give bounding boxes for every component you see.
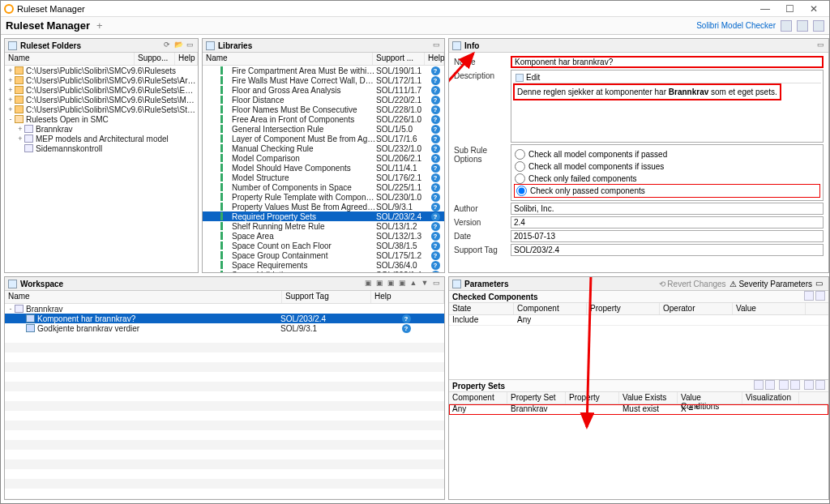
- col-support[interactable]: Support ...: [373, 53, 425, 65]
- info-support-input[interactable]: [511, 244, 824, 256]
- tool-icon[interactable]: ▲: [409, 279, 418, 288]
- edit-description-button[interactable]: Edit: [513, 72, 821, 83]
- help-icon[interactable]: [813, 20, 824, 32]
- tool-icon[interactable]: ▣: [363, 279, 373, 288]
- libraries-list[interactable]: Fire Compartment Area Must Be within Lim…: [203, 66, 444, 272]
- subrule-radio-option[interactable]: Check only passed components: [515, 185, 819, 197]
- expand-icon[interactable]: ▭: [815, 41, 825, 50]
- library-rule-item[interactable]: Floor Names Must Be ConsecutiveSOL/228/1…: [203, 105, 444, 114]
- grid-col-header[interactable]: Value: [733, 303, 806, 314]
- grid-col-header[interactable]: Property: [566, 392, 619, 404]
- workspace-item[interactable]: -Brannkrav: [5, 304, 444, 314]
- library-rule-item[interactable]: General Intersection RuleSOL/1/5.0?: [203, 124, 444, 134]
- workspace-tree[interactable]: -BrannkravKomponent har brannkrav?SOL/20…: [5, 304, 444, 499]
- col-help[interactable]: Help: [175, 53, 198, 65]
- library-rule-item[interactable]: Property Values Must Be from Agreed List…: [203, 202, 444, 211]
- expand-icon[interactable]: ▭: [431, 279, 441, 288]
- folder-tree-item[interactable]: +C:\Users\Public\Solibri\SMCv9.6\RuleSet…: [5, 105, 198, 114]
- maximize-button[interactable]: ☐: [777, 3, 802, 15]
- library-rule-item[interactable]: Required Property SetsSOL/203/2.4?: [203, 211, 444, 221]
- grid-col-header[interactable]: Operator: [660, 303, 733, 314]
- library-rule-item[interactable]: Model Should Have ComponentsSOL/11/4.1?: [203, 163, 444, 173]
- tool-icon[interactable]: [804, 291, 814, 301]
- refresh-icon[interactable]: ⟳: [162, 41, 172, 50]
- revert-changes-button[interactable]: ⟲ Revert Changes: [659, 280, 726, 288]
- library-rule-item[interactable]: Space RequirementsSOL/36/4.0?: [203, 260, 444, 270]
- expand-icon[interactable]: ▭: [815, 279, 825, 288]
- tool-icon[interactable]: [790, 380, 800, 390]
- open-icon[interactable]: 📂: [173, 41, 183, 50]
- library-rule-item[interactable]: Space Count on Each FloorSOL/38/1.5?: [203, 241, 444, 250]
- tool-icon[interactable]: [815, 291, 825, 301]
- tool-icon[interactable]: [765, 380, 775, 390]
- info-author-input[interactable]: [511, 203, 824, 215]
- library-rule-item[interactable]: Manual Checking RuleSOL/232/1.0?: [203, 143, 444, 153]
- header-tool-icon[interactable]: [781, 20, 792, 32]
- checked-components-grid[interactable]: IncludeAny: [449, 315, 828, 326]
- add-tab-button[interactable]: +: [96, 19, 103, 32]
- library-rule-item[interactable]: Space ValidationSOL/202/1.4?: [203, 270, 444, 272]
- grid-col-header[interactable]: Value Conditions: [678, 392, 742, 404]
- folders-tree[interactable]: +C:\Users\Public\Solibri\SMCv9.6\Ruleset…: [5, 66, 198, 272]
- tool-icon[interactable]: ▣: [397, 279, 407, 288]
- library-rule-item[interactable]: Fire Walls Must Have Correct Wall, Door,…: [203, 75, 444, 85]
- expand-icon[interactable]: ▭: [431, 41, 441, 50]
- grid-col-header[interactable]: Property Set: [507, 392, 566, 404]
- folder-tree-item[interactable]: -Rulesets Open in SMC: [5, 114, 198, 124]
- tool-icon[interactable]: [779, 380, 789, 390]
- tool-icon[interactable]: ▣: [386, 279, 396, 288]
- library-rule-item[interactable]: Fire Compartment Area Must Be within Lim…: [203, 66, 444, 75]
- grid-col-header[interactable]: Visualization: [742, 392, 799, 404]
- grid-col-header[interactable]: Value Exists: [619, 392, 678, 404]
- severity-params-button[interactable]: ⚠ Severity Parameters: [729, 280, 812, 288]
- library-rule-item[interactable]: Floor DistanceSOL/220/2.1?: [203, 95, 444, 105]
- col-support[interactable]: Suppo...: [135, 53, 175, 65]
- col-help[interactable]: Help: [371, 291, 444, 303]
- subrule-radio-option[interactable]: Check all model components if passed: [515, 148, 819, 160]
- col-name[interactable]: Name: [5, 291, 282, 303]
- folder-tree-item[interactable]: +C:\Users\Public\Solibri\SMCv9.6\Ruleset…: [5, 66, 198, 75]
- library-rule-item[interactable]: Free Area in Front of ComponentsSOL/226/…: [203, 114, 444, 124]
- checked-row[interactable]: IncludeAny: [449, 315, 828, 326]
- grid-col-header[interactable]: Component: [449, 392, 507, 404]
- library-rule-item[interactable]: Model StructureSOL/176/2.1?: [203, 173, 444, 182]
- workspace-item[interactable]: Komponent har brannkrav?SOL/203/2.4?: [5, 314, 444, 323]
- subrule-radio-option[interactable]: Check only failed components: [515, 173, 819, 185]
- property-sets-grid[interactable]: AnyBrannkravMust existX = *: [449, 404, 828, 415]
- folder-tree-item[interactable]: +C:\Users\Public\Solibri\SMCv9.6\RuleSet…: [5, 85, 198, 95]
- info-version-input[interactable]: [511, 216, 824, 229]
- folder-tree-item[interactable]: Sidemannskontroll: [5, 143, 198, 153]
- tool-icon[interactable]: [754, 380, 764, 390]
- library-rule-item[interactable]: Space Group ContainmentSOL/175/1.2?: [203, 250, 444, 260]
- col-help[interactable]: Help: [425, 53, 444, 65]
- close-button[interactable]: ✕: [802, 3, 826, 15]
- folder-tree-item[interactable]: +C:\Users\Public\Solibri\SMCv9.6\RuleSet…: [5, 75, 198, 85]
- folder-tree-item[interactable]: +C:\Users\Public\Solibri\SMCv9.6\RuleSet…: [5, 95, 198, 105]
- header-tool-icon[interactable]: [797, 20, 808, 32]
- col-name[interactable]: Name: [203, 53, 373, 65]
- collapse-icon[interactable]: ▭: [185, 41, 195, 50]
- tool-icon[interactable]: [815, 380, 825, 390]
- tool-icon[interactable]: [804, 380, 814, 390]
- tool-icon[interactable]: ▼: [420, 279, 430, 288]
- library-rule-item[interactable]: Layer of Component Must Be from Agreed L…: [203, 134, 444, 143]
- library-rule-item[interactable]: Shelf Running Metre RuleSOL/13/1.2?: [203, 221, 444, 231]
- minimize-button[interactable]: —: [753, 3, 777, 15]
- library-rule-item[interactable]: Property Rule Template with Component Fi…: [203, 192, 444, 202]
- col-support[interactable]: Support Tag: [282, 291, 371, 303]
- info-date-input[interactable]: [511, 230, 824, 242]
- library-rule-item[interactable]: Model ComparisonSOL/206/2.1?: [203, 153, 444, 163]
- col-name[interactable]: Name: [5, 53, 135, 65]
- folder-tree-item[interactable]: +MEP models and Architectural model: [5, 134, 198, 143]
- solibri-link[interactable]: Solibri Model Checker: [696, 21, 776, 30]
- info-name-input[interactable]: [511, 56, 824, 68]
- subrule-radio-option[interactable]: Check all model components if issues: [515, 160, 819, 173]
- workspace-item[interactable]: Godkjente brannkrav verdierSOL/9/3.1?: [5, 323, 444, 333]
- grid-col-header[interactable]: State: [449, 303, 514, 314]
- library-rule-item[interactable]: Floor and Gross Area AnalysisSOL/111/1.7…: [203, 85, 444, 95]
- pset-row[interactable]: AnyBrannkravMust existX = *: [449, 404, 828, 415]
- grid-col-header[interactable]: Component: [514, 303, 587, 314]
- library-rule-item[interactable]: Number of Components in SpaceSOL/225/1.1…: [203, 182, 444, 192]
- grid-col-header[interactable]: Property: [587, 303, 660, 314]
- folder-tree-item[interactable]: +Brannkrav: [5, 124, 198, 134]
